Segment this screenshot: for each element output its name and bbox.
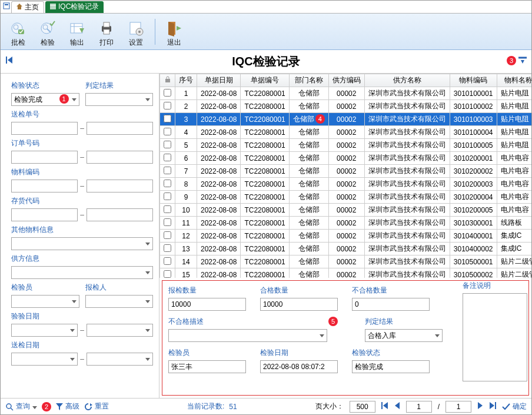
row-checkbox[interactable]: [164, 270, 171, 278]
toolbar-print-button[interactable]: 打印: [94, 16, 119, 48]
inspector-select[interactable]: [11, 295, 79, 308]
report-qty-input[interactable]: [168, 298, 246, 311]
svg-marker-36: [383, 402, 388, 409]
table-row[interactable]: 62022-08-08TC22080001仓储部00002深圳市武当技术有限公司…: [160, 152, 532, 165]
inspect-status-select[interactable]: 检验完成: [11, 93, 79, 106]
grid-header-cell[interactable]: 供方编码: [328, 74, 364, 87]
page-size-input[interactable]: [350, 401, 375, 413]
send-date-to[interactable]: [87, 353, 153, 366]
row-checkbox[interactable]: [164, 141, 171, 148]
send-no-to[interactable]: [87, 122, 153, 135]
grid-header-cell[interactable]: 序号: [175, 74, 197, 87]
other-material-select[interactable]: [11, 237, 153, 250]
table-row[interactable]: 112022-08-08TC22080001仓储部00002深圳市武当技术有限公…: [160, 217, 532, 230]
table-row[interactable]: 122022-08-08TC22080001仓储部00002深圳市武当技术有限公…: [160, 230, 532, 243]
tab-home[interactable]: 主页: [11, 1, 44, 13]
verdict-select[interactable]: [85, 93, 154, 106]
svg-marker-37: [395, 402, 400, 409]
toolbar-exit-button[interactable]: 退出: [161, 16, 187, 48]
table-row[interactable]: 12022-08-08TC22080001仓储部00002深圳市武当技术有限公司…: [160, 87, 532, 100]
row-checkbox[interactable]: [164, 102, 171, 109]
table-row[interactable]: 72022-08-08TC22080001仓储部00002深圳市武当技术有限公司…: [160, 165, 532, 178]
inventory-code-to[interactable]: [87, 208, 153, 221]
svg-rect-25: [6, 57, 7, 64]
grid-header-cell[interactable]: 供方名称: [364, 74, 450, 87]
pass-qty-input[interactable]: [260, 298, 338, 311]
toolbar-batch-button[interactable]: 批检: [5, 16, 31, 48]
table-row[interactable]: 152022-08-08TC22080001仓储部00002深圳市武当技术有限公…: [160, 268, 532, 278]
grid-header-cell[interactable]: 部门名称: [289, 74, 328, 87]
row-checkbox[interactable]: [164, 89, 171, 97]
svg-line-31: [11, 408, 13, 410]
toolbar-settings-button[interactable]: 设置: [123, 16, 149, 48]
inspect-date-label: 检验日期: [260, 348, 338, 358]
fail-qty-input[interactable]: [352, 298, 430, 311]
row-checkbox[interactable]: [164, 115, 171, 122]
send-date-from[interactable]: [11, 353, 78, 366]
query-button[interactable]: 查询: [5, 401, 37, 411]
settings-icon: [128, 20, 144, 36]
fail-desc-select[interactable]: [168, 329, 327, 342]
grid-header-cell[interactable]: [160, 74, 175, 87]
table-row[interactable]: 42022-08-08TC22080001仓储部00002深圳市武当技术有限公司…: [160, 126, 532, 139]
detail-verdict-select[interactable]: 合格入库: [365, 329, 443, 342]
grid-header-cell[interactable]: 单据日期: [197, 74, 241, 87]
material-code-from[interactable]: [11, 180, 78, 192]
grid-header-cell[interactable]: 物料名称: [497, 74, 531, 87]
row-checkbox[interactable]: [164, 205, 171, 213]
detail-inspector-input[interactable]: [168, 360, 246, 373]
row-checkbox[interactable]: [164, 154, 171, 161]
next-page-button[interactable]: [477, 402, 483, 411]
first-page-icon[interactable]: [5, 56, 14, 66]
row-checkbox[interactable]: [164, 231, 171, 239]
row-checkbox[interactable]: [164, 128, 171, 135]
order-no-to[interactable]: [87, 151, 153, 164]
table-row[interactable]: 142022-08-08TC22080001仓储部00002深圳市武当技术有限公…: [160, 255, 532, 268]
toolbar-export-button[interactable]: 输出: [64, 16, 90, 48]
tab-iqc-record[interactable]: IQC检验记录: [45, 1, 104, 13]
table-row[interactable]: 22022-08-08TC22080001仓储部00002深圳市武当技术有限公司…: [160, 100, 532, 113]
inspect-date-input[interactable]: [260, 360, 338, 373]
row-checkbox[interactable]: [164, 257, 171, 265]
page-title-bar: IQC检验记录 3: [1, 50, 531, 74]
verify-date-to[interactable]: [87, 324, 153, 337]
grid-header-cell[interactable]: 物料编码: [450, 74, 497, 87]
table-row[interactable]: 132022-08-08TC22080001仓储部00002深圳市武当技术有限公…: [160, 243, 532, 255]
table-row[interactable]: 102022-08-08TC22080001仓储部00002深圳市武当技术有限公…: [160, 204, 532, 217]
detail-status-input[interactable]: [352, 360, 430, 373]
current-page-input[interactable]: [406, 401, 432, 413]
table-row[interactable]: 52022-08-08TC22080001仓储部00002深圳市武当技术有限公司…: [160, 139, 532, 152]
grid-header-cell[interactable]: 单据编号: [241, 74, 289, 87]
order-no-from[interactable]: [11, 151, 78, 164]
reset-button[interactable]: 重置: [84, 401, 109, 411]
prev-page-button[interactable]: [394, 402, 400, 411]
first-page-button[interactable]: [381, 402, 388, 411]
material-code-to[interactable]: [87, 180, 153, 192]
table-row[interactable]: 92022-08-08TC22080001仓储部00002深圳市武当技术有限公司…: [160, 191, 532, 204]
advanced-button[interactable]: 高级: [56, 401, 79, 411]
range-sep: –: [80, 124, 84, 132]
inspector-label: 检验员: [11, 283, 79, 293]
toolbar-label: 打印: [99, 38, 114, 48]
row-checkbox[interactable]: [164, 244, 171, 252]
table-row[interactable]: 82022-08-08TC22080001仓储部00002深圳市武当技术有限公司…: [160, 178, 532, 191]
table-row[interactable]: 32022-08-08TC22080001仓储部400002深圳市武当技术有限公…: [160, 113, 532, 126]
row-checkbox[interactable]: [164, 218, 171, 226]
toolbar-inspect-button[interactable]: 检验: [35, 16, 61, 48]
report-qty-label: 报检数量: [168, 285, 246, 296]
inventory-code-from[interactable]: [11, 208, 78, 221]
confirm-button[interactable]: 确定: [502, 401, 527, 411]
filter-toggle-icon[interactable]: [518, 57, 527, 65]
row-checkbox[interactable]: [164, 167, 171, 174]
verify-date-from[interactable]: [11, 324, 78, 337]
grid-scroll[interactable]: 序号单据日期单据编号部门名称供方编码供方名称物料编码物料名称 12022-08-…: [159, 74, 531, 278]
exit-icon: [166, 20, 182, 36]
record-count-label: 当前记录数:: [187, 401, 224, 411]
supplier-select[interactable]: [11, 266, 153, 279]
row-checkbox[interactable]: [164, 180, 171, 187]
record-count-value: 51: [229, 403, 237, 411]
last-page-button[interactable]: [489, 402, 496, 411]
send-no-from[interactable]: [11, 122, 78, 135]
reporter-select[interactable]: [85, 295, 154, 308]
row-checkbox[interactable]: [164, 192, 171, 200]
